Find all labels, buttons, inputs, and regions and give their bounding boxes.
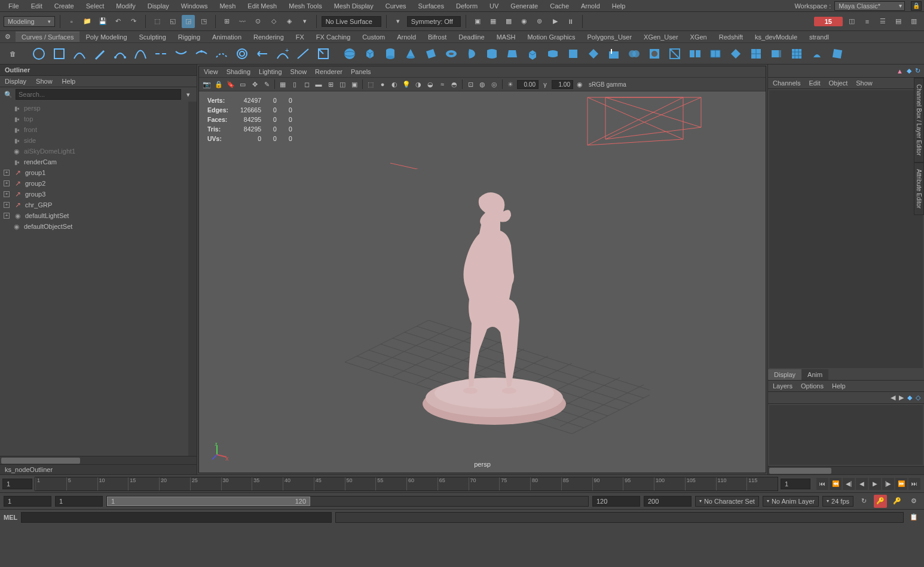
three-point-arc-icon[interactable] <box>111 45 129 63</box>
snap-point-icon[interactable]: ⊙ <box>252 15 265 28</box>
revolve-icon[interactable] <box>463 45 481 63</box>
xray-joints-icon[interactable]: ◎ <box>489 79 500 90</box>
side-tab-attreditor[interactable]: Attribute Editor <box>914 163 924 215</box>
menu-editmesh[interactable]: Edit Mesh <box>241 1 283 11</box>
menu-mesh[interactable]: Mesh <box>213 1 241 11</box>
nurbs-plane-icon[interactable] <box>422 45 440 63</box>
side-tab-channelbox[interactable]: Channel Box / Layer Editor <box>914 78 924 163</box>
vp-menu-renderer[interactable]: Renderer <box>315 68 342 75</box>
layer-tab-anim[interactable]: Anim <box>801 369 828 380</box>
menu-edit[interactable]: Edit <box>25 1 48 11</box>
playblast-icon[interactable]: ▶ <box>549 15 562 28</box>
outliner-item-group1[interactable]: +group1 <box>0 167 197 178</box>
current-frame-start-field[interactable] <box>2 479 32 489</box>
shelf-tab-strandl[interactable]: strandl <box>803 32 835 42</box>
shelf-tab-xgen[interactable]: XGen <box>684 32 713 42</box>
untrim-icon[interactable] <box>666 45 684 63</box>
motion-blur-icon[interactable]: ≈ <box>437 79 448 90</box>
shelf-tab-anim[interactable]: Animation <box>206 32 247 42</box>
menu-help[interactable]: Help <box>606 1 632 11</box>
command-input[interactable] <box>21 512 332 523</box>
vp-menu-shading[interactable]: Shading <box>227 68 250 75</box>
open-scene-icon[interactable]: 📁 <box>81 15 94 28</box>
resolution-gate-icon[interactable]: ◻ <box>301 79 312 90</box>
textured-icon[interactable]: ◐ <box>389 79 400 90</box>
field-chart-icon[interactable]: ⊞ <box>325 79 336 90</box>
select-camera-icon[interactable]: 📷 <box>201 79 212 90</box>
menu-surfaces[interactable]: Surfaces <box>412 1 450 11</box>
nurbs-cube-icon[interactable] <box>361 45 379 63</box>
save-scene-icon[interactable]: 💾 <box>96 15 109 28</box>
snap-view-icon[interactable]: ◈ <box>283 15 296 28</box>
bookmark-icon[interactable]: 🔖 <box>225 79 236 90</box>
render-ipr-icon[interactable]: ▦ <box>487 15 500 28</box>
bevel-icon[interactable] <box>585 45 602 63</box>
menu-meshtools[interactable]: Mesh Tools <box>283 1 328 11</box>
boundary-icon[interactable] <box>564 45 582 63</box>
isolate-icon[interactable]: ⊡ <box>465 79 476 90</box>
menu-meshdisplay[interactable]: Mesh Display <box>328 1 380 11</box>
extend-surface-icon[interactable] <box>767 45 785 63</box>
snap-curve-icon[interactable]: 〰 <box>236 15 249 28</box>
outliner-item-objset[interactable]: defaultObjectSet <box>0 221 197 232</box>
range-max-field[interactable] <box>592 496 640 507</box>
menu-select[interactable]: Select <box>80 1 111 11</box>
sidebar-toggle-5-icon[interactable]: ▥ <box>907 15 920 28</box>
intersect-icon[interactable] <box>625 45 643 63</box>
outliner-item-chrgrp[interactable]: +chr_GRP <box>0 200 197 210</box>
layer-movedown-icon[interactable]: ▶ <box>899 394 904 402</box>
grease-pencil-icon[interactable]: ✎ <box>261 79 272 90</box>
shelf-tab-xgenuser[interactable]: XGen_User <box>638 32 684 42</box>
xray-icon[interactable]: ◍ <box>477 79 488 90</box>
outliner-menu-show[interactable]: Show <box>36 78 53 85</box>
ao-icon[interactable]: ◒ <box>425 79 436 90</box>
layer-new-empty-icon[interactable]: ◆ <box>907 394 912 402</box>
curve-edit-icon[interactable] <box>294 45 312 63</box>
menu-deform[interactable]: Deform <box>450 1 484 11</box>
go-start-icon[interactable]: ⏮ <box>816 478 828 490</box>
snap-live-icon[interactable]: ▾ <box>298 15 311 28</box>
loop-icon[interactable]: ↻ <box>857 495 870 508</box>
ep-curve-icon[interactable] <box>71 45 88 63</box>
menu-cache[interactable]: Cache <box>544 1 575 11</box>
outliner-item-rendercam[interactable]: renderCam <box>0 157 197 167</box>
manip-icon[interactable]: ▲ <box>897 68 903 75</box>
layer-menu-layers[interactable]: Layers <box>773 382 793 390</box>
step-forward-icon[interactable]: |▶ <box>882 478 894 490</box>
vp-menu-lighting[interactable]: Lighting <box>259 68 282 75</box>
menu-generate[interactable]: Generate <box>504 1 544 11</box>
exposure-icon[interactable]: ☀ <box>505 79 516 90</box>
pencil-curve-icon[interactable] <box>91 45 109 63</box>
construction-history-icon[interactable]: ▾ <box>391 15 405 28</box>
outliner-item-lightset[interactable]: +defaultLightSet <box>0 210 197 221</box>
channel-menu-show[interactable]: Show <box>856 79 873 87</box>
render-view-icon[interactable]: ◉ <box>518 15 531 28</box>
planar-icon[interactable] <box>503 45 521 63</box>
loft-icon[interactable] <box>483 45 501 63</box>
menu-create[interactable]: Create <box>48 1 80 11</box>
manip-icon-2[interactable]: ◆ <box>907 67 911 75</box>
channel-menu-channels[interactable]: Channels <box>773 79 800 87</box>
nurbs-circle-icon[interactable] <box>30 45 48 63</box>
animlayer-dropdown[interactable]: No Anim Layer <box>763 496 819 507</box>
step-back-key-icon[interactable]: ⏪ <box>830 478 842 490</box>
viewport-canvas[interactable]: Verts:4249700 Edges:12666500 Faces:84295… <box>199 91 766 473</box>
select-component-icon[interactable]: ◲ <box>182 15 195 28</box>
shelf-tab-custom[interactable]: Custom <box>356 32 391 42</box>
channel-menu-edit[interactable]: Edit <box>809 79 820 87</box>
channel-box[interactable] <box>769 90 923 368</box>
cmd-lang-label[interactable]: MEL <box>4 514 17 521</box>
shelf-tab-deadline[interactable]: Deadline <box>452 32 490 42</box>
script-editor-icon[interactable]: 📋 <box>907 511 920 524</box>
snap-plane-icon[interactable]: ◇ <box>267 15 280 28</box>
open-close-icon[interactable] <box>727 45 745 63</box>
outliner-item-skydome[interactable]: aiSkyDomeLight1 <box>0 146 197 157</box>
sidebar-toggle-2-icon[interactable]: ≡ <box>861 15 874 28</box>
render-globals-icon[interactable]: ⊚ <box>533 15 546 28</box>
step-forward-key-icon[interactable]: ⏩ <box>895 478 907 490</box>
birail-icon[interactable] <box>544 45 562 63</box>
shelf-tab-curves[interactable]: Curves / Surfaces <box>16 32 79 42</box>
grid-icon[interactable]: ▦ <box>277 79 288 90</box>
outliner-item-group2[interactable]: +group2 <box>0 178 197 189</box>
mode-selector-dropdown[interactable]: Modeling <box>4 16 55 27</box>
